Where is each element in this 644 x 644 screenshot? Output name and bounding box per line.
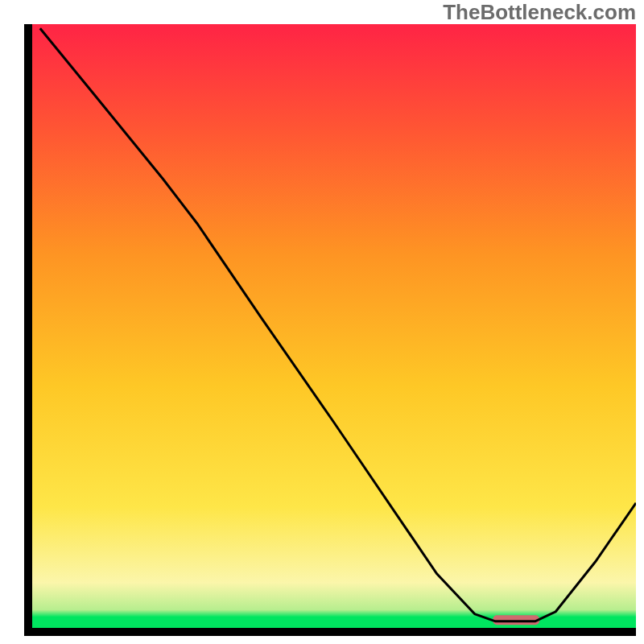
plot-axes (24, 24, 636, 636)
gradient-background (32, 24, 636, 628)
plot-area (32, 24, 636, 628)
chart-svg (32, 24, 636, 628)
watermark-text: TheBottleneck.com (443, 0, 636, 25)
chart-frame: TheBottleneck.com (0, 0, 644, 644)
